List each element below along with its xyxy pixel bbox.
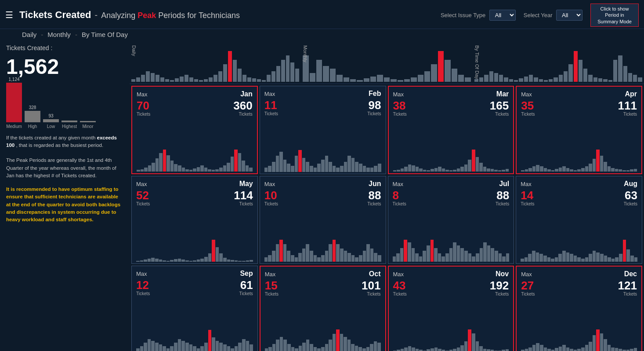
month-name: Apr — [625, 90, 637, 98]
card-mini-bar — [416, 349, 419, 351]
mini-bar — [370, 77, 376, 82]
total-value: 98 — [369, 99, 381, 112]
max-value: 38 — [393, 99, 406, 113]
card-mini-bar — [536, 165, 539, 171]
category-bar — [62, 121, 77, 122]
card-values: 38165 — [393, 99, 509, 113]
card-mini-bar — [540, 345, 543, 351]
card-mini-bar — [634, 348, 637, 351]
nav-daily[interactable]: Daily — [22, 31, 36, 38]
month-card-dec: MaxDec27121TicketsTickets — [516, 266, 642, 351]
card-mini-bar — [208, 330, 212, 351]
card-mini-bar — [329, 244, 332, 262]
card-mini-bar — [197, 348, 200, 351]
total-value: 88 — [369, 189, 381, 202]
max-value: 14 — [521, 189, 533, 202]
peak-summary-button[interactable]: Click to show Period in Summary Mode — [590, 4, 639, 27]
card-mini-bar — [185, 343, 189, 351]
tickets-label-left: Tickets — [264, 201, 278, 206]
card-mini-bar — [468, 329, 471, 351]
mini-bar — [583, 69, 587, 82]
mini-chart-section-daily: Daily — [130, 42, 301, 82]
card-mini-bar — [212, 240, 215, 262]
max-value: 11 — [264, 99, 277, 112]
card-mini-bar — [544, 347, 547, 351]
category-bar — [80, 121, 96, 122]
info-line3: , that is regarded as the busiest period… — [16, 143, 103, 148]
card-mini-bar — [156, 158, 159, 172]
card-header: MaxJun — [264, 180, 381, 188]
mini-bar — [628, 73, 632, 82]
card-mini-bar — [377, 343, 381, 351]
total-value: 360 — [233, 99, 252, 113]
card-mini-bar — [431, 169, 434, 171]
card-mini-bar — [163, 150, 166, 172]
card-mini-bar — [317, 257, 321, 262]
card-mini-bar — [200, 346, 204, 351]
month-card-jun: MaxJun1088TicketsTickets — [260, 176, 386, 264]
page-title: Tickets Created — [19, 9, 91, 21]
card-mini-bar — [491, 248, 494, 262]
tickets-row: TicketsTickets — [521, 292, 637, 296]
card-mini-bar — [283, 340, 287, 351]
hamburger-icon[interactable]: ☰ — [5, 10, 13, 20]
card-mini-bar — [189, 170, 193, 171]
mini-bar — [257, 79, 261, 82]
card-mini-bar — [314, 347, 317, 351]
card-mini-bar — [619, 169, 622, 171]
peak-text: Peak — [137, 11, 156, 20]
card-mini-bar — [208, 253, 212, 262]
card-mini-bar — [472, 333, 475, 351]
tickets-label-right: Tickets — [367, 292, 380, 296]
max-value: 10 — [264, 189, 277, 202]
mini-bar — [228, 51, 232, 82]
header: ☰ Tickets Created - Analyzing Peak Perio… — [0, 0, 644, 29]
card-mini-bar — [174, 259, 177, 262]
tickets-row: TicketsTickets — [521, 201, 637, 206]
card-mini-bar — [302, 158, 306, 172]
card-mini-bar — [427, 349, 430, 351]
mini-bar — [267, 75, 271, 82]
card-mini-bar — [423, 251, 426, 262]
tickets-label-right: Tickets — [624, 201, 637, 206]
mini-bar — [598, 78, 602, 82]
card-mini-bar — [235, 346, 238, 351]
nav-by-time[interactable]: By Time Of Day — [82, 31, 128, 38]
card-mini-bar — [468, 160, 471, 171]
card-mini-bar — [181, 260, 185, 262]
card-mini-bar — [291, 347, 295, 351]
card-mini-bar — [370, 344, 373, 351]
mini-chart-section-by-time-of-day: By Time Of Day — [473, 42, 644, 82]
issue-type-select[interactable]: All — [489, 10, 516, 21]
card-mini-bar — [494, 170, 498, 172]
tickets-row: TicketsTickets — [136, 291, 253, 296]
year-select[interactable]: All — [556, 10, 582, 21]
card-mini-bar — [544, 168, 547, 171]
max-label: Max — [393, 181, 404, 187]
card-mini-bar — [366, 168, 370, 172]
card-mini-bar — [174, 343, 177, 351]
card-mini-bar — [604, 162, 607, 171]
card-mini-bar — [234, 150, 238, 172]
card-mini-bar — [555, 348, 558, 351]
nav-monthly[interactable]: Monthly — [47, 31, 71, 38]
card-mini-bar — [140, 346, 144, 351]
card-mini-bar — [151, 258, 155, 262]
mini-bar — [238, 69, 242, 82]
max-value: 27 — [521, 279, 534, 292]
card-mini-bar — [611, 347, 615, 351]
card-mini-bar — [279, 152, 283, 172]
card-header: MaxSep — [136, 270, 253, 278]
mini-bar — [271, 71, 275, 82]
card-mini-bar — [396, 253, 400, 262]
card-mini-bar — [268, 347, 272, 351]
card-mini-bar — [593, 335, 596, 351]
tickets-row: TicketsTickets — [264, 111, 381, 116]
card-mini-bars — [521, 208, 637, 262]
month-name: Jun — [369, 180, 381, 188]
card-mini-bar — [615, 348, 619, 351]
card-mini-bar — [148, 259, 151, 262]
card-mini-bar — [310, 251, 313, 262]
card-mini-bar — [589, 254, 592, 262]
card-mini-bar — [555, 169, 558, 172]
